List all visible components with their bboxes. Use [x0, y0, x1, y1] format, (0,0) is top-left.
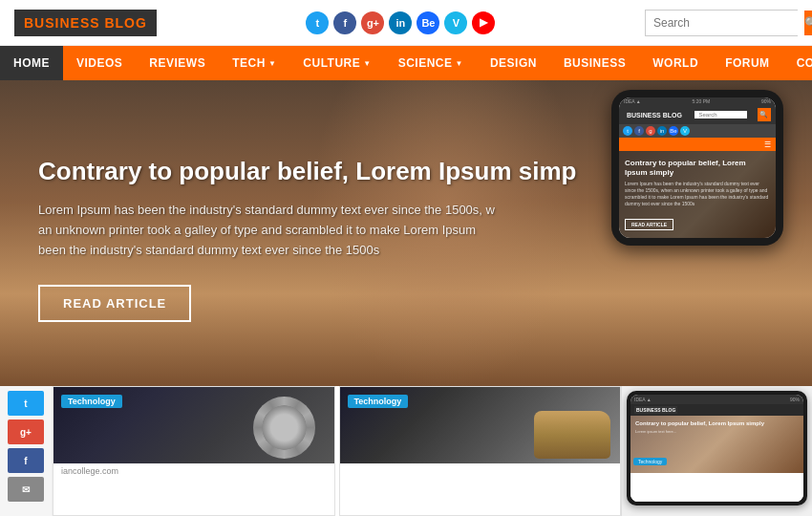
- nav-world[interactable]: WORLD: [639, 46, 712, 80]
- right-phone-inner-header: BUSINESS BLOG: [630, 404, 803, 416]
- nav-design[interactable]: DESIGN: [477, 46, 550, 80]
- search-input[interactable]: [646, 11, 804, 35]
- phone-linkedin-icon[interactable]: in: [657, 126, 667, 136]
- sidebar-twitter[interactable]: t: [8, 391, 44, 416]
- car-shape-decoration: [534, 411, 610, 459]
- phone-nav: ☰: [619, 138, 776, 151]
- nav-contact[interactable]: CONTACT: [783, 46, 812, 80]
- right-card-tag: Technology: [633, 458, 667, 465]
- gplus-icon[interactable]: g+: [361, 11, 384, 34]
- hero-section: Contrary to popular belief, Lorem Ipsum …: [0, 80, 812, 386]
- sidebar-email[interactable]: ✉: [8, 477, 44, 502]
- phone-time: 5:20 PM: [693, 98, 711, 104]
- twitter-icon[interactable]: t: [306, 11, 329, 34]
- phone-hero-title: Contrary to popular belief, Lorem Ipsum …: [625, 159, 770, 177]
- right-phone-hero-text: Lorem ipsum text here...: [635, 429, 799, 434]
- right-phone-screen: IDEA ▲ 90% BUSINESS BLOG Contrary to pop…: [630, 395, 803, 502]
- gear-shape-decoration: [253, 397, 315, 459]
- right-phone-card-preview: Technology: [630, 473, 803, 502]
- nav-business[interactable]: BUSINESS: [550, 46, 639, 80]
- nav-reviews[interactable]: REVIEWS: [136, 46, 219, 80]
- phone-battery: 90%: [761, 98, 771, 104]
- phone-search-input[interactable]: [694, 111, 747, 118]
- nav-forum[interactable]: FORUM: [712, 46, 783, 80]
- main-nav: HOME VIDEOS REVIEWS TECH ▼ CULTURE ▼ SCI…: [0, 46, 812, 80]
- right-phone-mockup: IDEA ▲ 90% BUSINESS BLOG Contrary to pop…: [627, 391, 807, 505]
- site-logo: BUSINESS BLOG: [14, 10, 157, 36]
- card-1-tag[interactable]: Technology: [61, 395, 122, 408]
- card-2-tag[interactable]: Technology: [348, 395, 409, 408]
- phone-search-button[interactable]: 🔍: [758, 108, 771, 121]
- phone-vimeo-icon[interactable]: V: [680, 126, 690, 136]
- right-status-left: IDEA ▲: [634, 397, 652, 402]
- phone-gplus-icon[interactable]: g: [646, 126, 655, 136]
- phone-status-bar: IDEA ▲ 5:20 PM 90%: [619, 97, 776, 105]
- sidebar-gplus[interactable]: g+: [8, 419, 44, 444]
- sidebar-facebook[interactable]: f: [8, 448, 44, 473]
- read-article-button[interactable]: READ ARTICLE: [38, 285, 191, 322]
- mobile-mockup: IDEA ▲ 5:20 PM 90% BUSINESS BLOG 🔍 t f g…: [611, 90, 783, 246]
- behance-icon[interactable]: Be: [417, 11, 439, 34]
- bottom-section: t g+ f ✉ Technology iancollege.com Techn…: [0, 386, 812, 516]
- phone-logo: BUSINESS BLOG: [624, 111, 685, 119]
- right-phone-hero-title: Contrary to popular belief, Lorem Ipsum …: [635, 420, 799, 426]
- right-phone-logo: BUSINESS BLOG: [634, 406, 677, 414]
- phone-read-article-button[interactable]: READ ARTICLE: [625, 219, 673, 230]
- nav-home[interactable]: HOME: [0, 46, 63, 80]
- facebook-icon[interactable]: f: [333, 11, 356, 34]
- youtube-icon[interactable]: ▶: [472, 11, 495, 34]
- article-card-2: Technology: [339, 386, 622, 516]
- nav-tech[interactable]: TECH ▼: [219, 46, 289, 80]
- culture-dropdown-arrow: ▼: [363, 59, 371, 68]
- nav-science[interactable]: SCIENCE ▼: [385, 46, 477, 80]
- card-1-url: iancollege.com: [53, 463, 334, 479]
- right-status-right: 90%: [790, 397, 800, 402]
- phone-hero: Contrary to popular belief, Lorem Ipsum …: [619, 151, 776, 238]
- phone-behance-icon[interactable]: Be: [669, 126, 678, 136]
- tech-dropdown-arrow: ▼: [268, 59, 276, 68]
- linkedin-icon[interactable]: in: [389, 11, 412, 34]
- vimeo-icon[interactable]: V: [444, 11, 467, 34]
- search-button[interactable]: 🔍: [804, 11, 812, 35]
- phone-hero-text: Lorem Ipsum has been the industry's stan…: [625, 181, 770, 207]
- phone-screen: IDEA ▲ 5:20 PM 90% BUSINESS BLOG 🔍 t f g…: [619, 97, 776, 238]
- article-card-1: Technology iancollege.com: [53, 386, 335, 516]
- site-header: BUSINESS BLOG t f g+ in Be V ▶ 🔍: [0, 0, 812, 46]
- hero-title: Contrary to popular belief, Lorem Ipsum …: [38, 157, 576, 186]
- phone-header: BUSINESS BLOG 🔍: [619, 105, 776, 124]
- science-dropdown-arrow: ▼: [456, 59, 463, 68]
- hero-content: Contrary to popular belief, Lorem Ipsum …: [38, 157, 576, 322]
- phone-twitter-icon[interactable]: t: [623, 126, 632, 136]
- logo-text: BUSINESS BLOG: [24, 15, 147, 31]
- hero-body-text: Lorem Ipsum has been the industry's stan…: [38, 201, 506, 260]
- right-phone-preview: IDEA ▲ 90% BUSINESS BLOG Contrary to pop…: [621, 386, 812, 516]
- phone-social-icons: t f g in Be V: [619, 124, 776, 138]
- nav-culture[interactable]: CULTURE ▼: [289, 46, 384, 80]
- right-phone-statusbar: IDEA ▲ 90%: [630, 395, 803, 404]
- search-box[interactable]: 🔍: [645, 10, 798, 36]
- hamburger-icon[interactable]: ☰: [764, 140, 771, 149]
- social-sidebar: t g+ f ✉: [0, 386, 53, 516]
- social-icons-header: t f g+ in Be V ▶: [306, 11, 495, 34]
- phone-carrier: IDEA ▲: [624, 98, 641, 104]
- phone-facebook-icon[interactable]: f: [634, 126, 644, 136]
- nav-videos[interactable]: VIDEOS: [63, 46, 136, 80]
